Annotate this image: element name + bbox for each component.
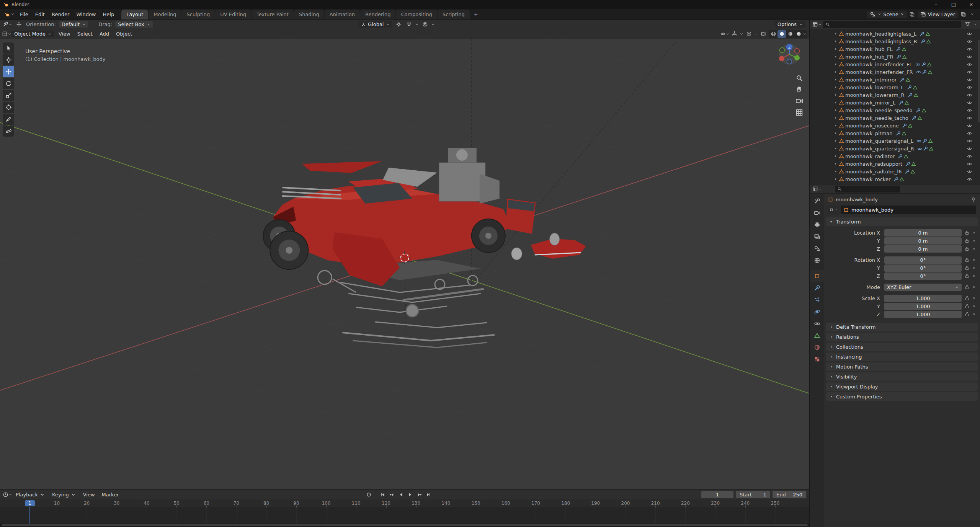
chevron-down-icon[interactable] — [415, 23, 419, 26]
panel-motion-paths[interactable]: Motion Paths — [826, 362, 978, 371]
play-button[interactable] — [406, 491, 415, 498]
camera-view-button[interactable] — [795, 97, 803, 105]
editor-type-button[interactable] — [3, 491, 11, 498]
y-field[interactable]: 0 m — [884, 237, 962, 245]
animate-decorator[interactable] — [972, 274, 976, 278]
timeline-tracks[interactable] — [0, 508, 809, 527]
browse-object-button[interactable] — [828, 206, 839, 214]
panel-delta-transform[interactable]: Delta Transform — [826, 323, 978, 331]
outliner-item[interactable]: moonhawk_hub_FR — [810, 53, 980, 60]
properties-tab-output[interactable] — [810, 219, 824, 230]
editor-type-button[interactable] — [3, 21, 11, 28]
expand-arrow-icon[interactable] — [834, 154, 838, 158]
menu-edit[interactable]: Edit — [32, 11, 48, 18]
object-name[interactable]: moonhawk_radtube_l6 — [845, 169, 902, 175]
animate-decorator[interactable] — [972, 296, 976, 300]
panel-viewport-display[interactable]: Viewport Display — [826, 382, 978, 391]
timeline-scrollbar[interactable] — [0, 524, 809, 527]
outliner-item[interactable]: moonhawk_headlightglass_R — [810, 38, 980, 45]
panel-visibility[interactable]: Visibility — [826, 372, 978, 381]
current-frame-field[interactable]: 1 — [701, 491, 733, 498]
proportional-edit-button[interactable] — [421, 21, 429, 28]
object-name[interactable]: moonhawk_hub_FR — [845, 54, 893, 60]
workspace-tab-modeling[interactable]: Modeling — [149, 10, 181, 20]
object-name[interactable]: moonhawk_mirror_L — [845, 100, 895, 106]
object-name[interactable]: moonhawk_rocker — [845, 176, 890, 182]
object-name[interactable]: moonhawk_hub_FL — [845, 46, 893, 52]
panel-collections[interactable]: Collections — [826, 343, 978, 351]
hide-in-viewport-toggle[interactable] — [967, 131, 972, 136]
tool-cursor[interactable] — [3, 54, 14, 65]
properties-tab-object-data[interactable] — [810, 330, 824, 341]
properties-tab-render[interactable] — [810, 207, 824, 219]
object-name[interactable]: moonhawk_innerfender_FR — [845, 69, 913, 75]
object-name[interactable]: moonhawk_pitman — [845, 131, 893, 136]
animate-decorator[interactable] — [972, 266, 976, 270]
pan-button[interactable] — [795, 86, 803, 93]
expand-arrow-icon[interactable] — [834, 39, 838, 43]
hide-in-viewport-toggle[interactable] — [967, 169, 972, 175]
workspace-tab-shading[interactable]: Shading — [294, 10, 324, 20]
object-name[interactable]: moonhawk_quartersignal_R — [845, 146, 914, 152]
outliner-scrollbar[interactable] — [978, 40, 980, 122]
unlink-scene-icon[interactable] — [900, 12, 904, 16]
object-name[interactable]: moonhawk_nosecone — [845, 123, 899, 129]
z-field[interactable]: 0° — [884, 272, 962, 280]
outliner-item[interactable]: moonhawk_pitman — [810, 129, 980, 137]
menu-render[interactable]: Render — [48, 11, 73, 18]
workspace-tab-compositing[interactable]: Compositing — [396, 10, 437, 20]
properties-tab-view-layer[interactable] — [810, 231, 824, 242]
menu-help[interactable]: Help — [100, 11, 118, 18]
editor-type-button[interactable] — [813, 21, 821, 28]
object-name[interactable]: moonhawk_innerfender_FL — [845, 62, 912, 67]
expand-arrow-icon[interactable] — [834, 116, 838, 120]
tool-move[interactable] — [3, 66, 14, 77]
editor-type-button[interactable] — [2, 30, 11, 38]
properties-tab-constraints[interactable] — [810, 318, 824, 329]
expand-arrow-icon[interactable] — [834, 147, 838, 150]
transform-orientation-dropdown[interactable]: Global — [359, 21, 392, 28]
hide-in-viewport-toggle[interactable] — [967, 123, 972, 129]
animate-decorator[interactable] — [972, 246, 976, 251]
scene-selector[interactable]: Scene — [867, 11, 907, 18]
tool-select-box[interactable] — [3, 42, 14, 54]
next-key-button[interactable] — [415, 491, 424, 498]
object-name[interactable]: moonhawk_intmirror — [845, 77, 897, 83]
object-name[interactable]: moonhawk_radsupport — [845, 161, 902, 167]
add-workspace-button[interactable]: + — [470, 10, 482, 20]
expand-arrow-icon[interactable] — [834, 124, 838, 127]
outliner-item[interactable]: moonhawk_needle_tacho — [810, 114, 980, 122]
expand-arrow-icon[interactable] — [834, 177, 838, 181]
show-overlays-button[interactable] — [745, 30, 753, 38]
play-rev-button[interactable] — [397, 491, 405, 498]
new-view-layer-button[interactable] — [959, 10, 967, 18]
tool-annotate[interactable] — [3, 114, 14, 125]
expand-arrow-icon[interactable] — [834, 131, 838, 135]
workspace-tab-uv-editing[interactable]: UV Editing — [215, 10, 251, 20]
snap-toggle-button[interactable] — [405, 21, 413, 28]
viewport-menu-object[interactable]: Object — [113, 30, 136, 38]
outliner-item[interactable]: moonhawk_quartersignal_L — [810, 137, 980, 145]
expand-arrow-icon[interactable] — [834, 78, 838, 82]
workspace-tab-rendering[interactable]: Rendering — [360, 10, 395, 20]
lock-toggle[interactable] — [964, 273, 970, 279]
close-button[interactable]: × — [962, 0, 980, 9]
properties-tab-physics[interactable] — [810, 306, 824, 317]
object-name[interactable]: moonhawk_headlightglass_R — [845, 39, 917, 44]
mode-dropdown[interactable]: Object Mode — [11, 31, 54, 37]
hide-in-viewport-toggle[interactable] — [967, 146, 972, 152]
object-name[interactable]: moonhawk_needle_tacho — [845, 115, 908, 121]
expand-arrow-icon[interactable] — [834, 85, 838, 89]
y-field[interactable]: 0° — [884, 264, 962, 272]
zoom-button[interactable] — [795, 74, 803, 82]
properties-tab-tool[interactable] — [810, 195, 824, 207]
outliner-item[interactable]: moonhawk_radsupport — [810, 160, 980, 168]
new-scene-button[interactable] — [908, 10, 916, 18]
animate-decorator[interactable] — [972, 230, 976, 235]
hide-in-viewport-toggle[interactable] — [967, 138, 972, 144]
expand-arrow-icon[interactable] — [834, 108, 838, 112]
expand-arrow-icon[interactable] — [834, 93, 838, 97]
pivot-point-button[interactable] — [394, 21, 403, 28]
outliner-item[interactable]: moonhawk_innerfender_FR — [810, 68, 980, 76]
lock-toggle[interactable] — [964, 303, 970, 309]
